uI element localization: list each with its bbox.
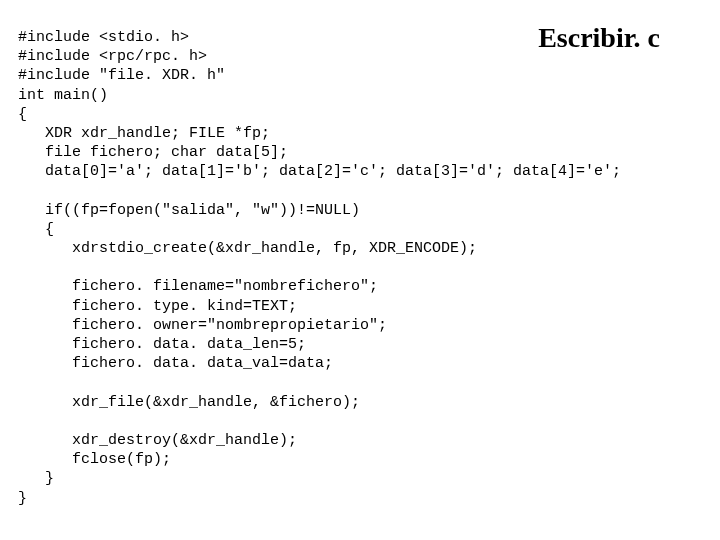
code-block: #include <stdio. h> #include <rpc/rpc. h…	[18, 28, 702, 508]
slide-container: Escribir. c #include <stdio. h> #include…	[0, 0, 720, 526]
slide-title: Escribir. c	[538, 22, 660, 54]
